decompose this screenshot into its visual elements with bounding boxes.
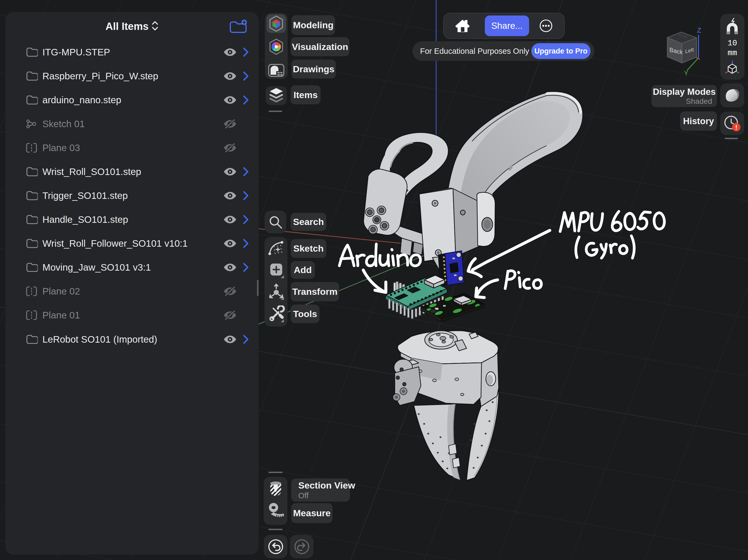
svg-text:!: ! bbox=[735, 124, 738, 131]
svg-text:Z: Z bbox=[697, 27, 701, 35]
svg-text:Y: Y bbox=[684, 70, 688, 76]
